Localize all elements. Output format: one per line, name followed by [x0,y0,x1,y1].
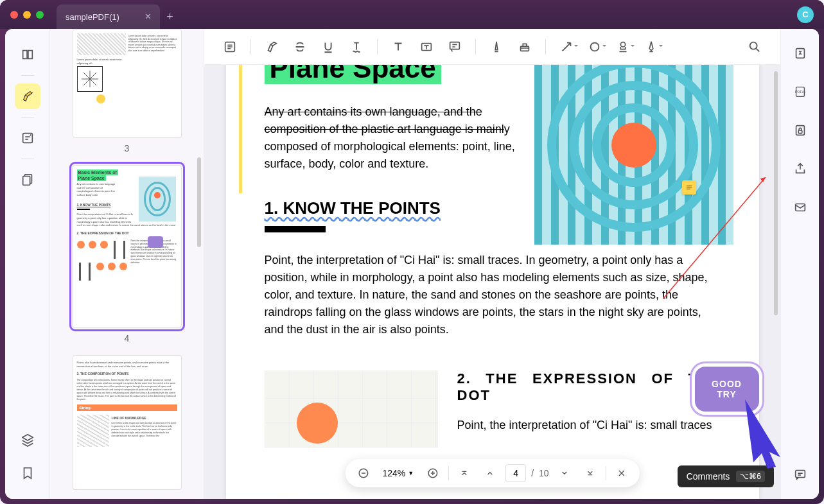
pages-tool-icon[interactable] [15,167,40,193]
highlight-bar [239,65,242,193]
stamp-tool-icon[interactable] [610,34,636,60]
zoom-in-button[interactable] [423,463,443,483]
page-title: Plane Space [265,65,441,84]
eraser-tool-icon[interactable] [512,34,538,60]
compress-icon[interactable] [789,42,812,65]
pdfa-icon[interactable]: PDF/A [789,80,812,103]
window-controls [10,11,44,19]
comments-icon[interactable] [789,463,812,486]
prev-page-button[interactable] [480,463,500,483]
svg-rect-2 [22,177,30,186]
document-viewport[interactable]: Plane Space Any art contains its own lan… [204,65,780,499]
new-tab-button[interactable]: + [166,10,173,24]
highlighter-tool-icon[interactable] [15,83,40,109]
svg-point-9 [750,42,757,49]
close-tab-button[interactable]: × [145,11,151,22]
pen-tool-icon[interactable] [484,34,509,60]
page-total: 10 [539,468,549,478]
thumbnail-panel: Lorem ipsum dolor sit amet consectetur a… [50,29,204,499]
page-hero-image [534,65,733,245]
signature-tool-icon[interactable] [638,34,664,60]
squiggly-tool-icon[interactable] [344,34,369,60]
zoom-level[interactable]: 124%▼ [378,468,417,478]
next-page-button[interactable] [554,463,575,483]
mail-icon[interactable] [789,196,812,219]
note-tool-icon[interactable] [217,34,243,60]
good-try-sticker[interactable]: GOOD TRY [695,367,759,412]
layers-icon[interactable] [15,427,40,453]
close-controls-button[interactable] [611,463,632,483]
comments-tooltip: Comments ⌥⌘6 [678,465,774,487]
thumbnail-page-3[interactable]: Lorem ipsum dolor sit amet consectetur a… [63,29,191,153]
highlight-tool-icon[interactable] [259,34,285,60]
main-area: Plane Space Any art contains its own lan… [204,29,780,499]
tab-title: samplePDF(1) [66,12,119,22]
minimize-window-button[interactable] [23,11,31,19]
thumbnail-label: 3 [125,143,130,153]
underline-tool-icon[interactable] [315,34,341,60]
textbox-tool-icon[interactable] [414,34,439,60]
zoom-out-button[interactable] [353,463,373,483]
shape-tool-icon[interactable] [582,34,608,60]
section2-heading: 2. THE EXPRESSION OF THE DOT [457,370,721,404]
svg-rect-19 [795,471,805,478]
arrow-tool-icon[interactable] [554,34,579,60]
reading-mode-icon[interactable] [15,42,40,67]
page-content: Plane Space Any art contains its own lan… [226,65,759,499]
right-rail: PDF/A [780,29,819,499]
maximize-window-button[interactable] [36,11,44,19]
text-tool-icon[interactable] [385,34,411,60]
page-controls: 124%▼ / 10 [345,459,639,487]
svg-rect-6 [521,46,529,51]
titlebar: samplePDF(1) × + C [0,0,824,29]
svg-rect-17 [798,130,802,134]
thumbnail-scrollbar[interactable] [197,157,201,247]
section2-body: Point, the interpretation of "Ci Hai" is… [457,417,721,434]
svg-point-8 [620,42,625,46]
page-number-input[interactable] [505,464,526,482]
page-slash: / [531,468,534,478]
heading-underline [265,226,326,232]
section1-body: Point, the interpretation of "Ci Hai" is… [265,252,721,338]
document-tab[interactable]: samplePDF(1) × [57,4,160,29]
annotation-toolbar [204,29,780,65]
document-scrollbar[interactable] [774,71,778,315]
close-window-button[interactable] [10,11,18,19]
share-icon[interactable] [789,157,812,180]
thumbnail-page-5[interactable]: Points also have dominant and recessive … [63,355,191,490]
search-icon[interactable] [742,34,767,60]
svg-text:PDF/A: PDF/A [794,90,805,94]
svg-rect-5 [450,42,460,49]
intro-paragraph: Any art contains its own language, and t… [265,103,522,173]
thumbnail-label: 4 [125,333,130,343]
section2-image [265,370,438,448]
first-page-button[interactable] [454,463,475,483]
encrypt-icon[interactable] [789,119,812,142]
edit-tool-icon[interactable] [15,125,40,151]
sticky-note-icon[interactable] [682,180,696,195]
left-rail [5,29,50,499]
callout-tool-icon[interactable] [442,34,468,60]
user-avatar[interactable]: C [797,6,814,23]
bookmark-icon[interactable] [15,460,40,486]
strikethrough-tool-icon[interactable] [287,34,313,60]
svg-point-7 [591,42,599,51]
thumbnail-page-4[interactable]: Basic Elements of Plane Space Any art co… [63,165,191,343]
last-page-button[interactable] [580,463,600,483]
